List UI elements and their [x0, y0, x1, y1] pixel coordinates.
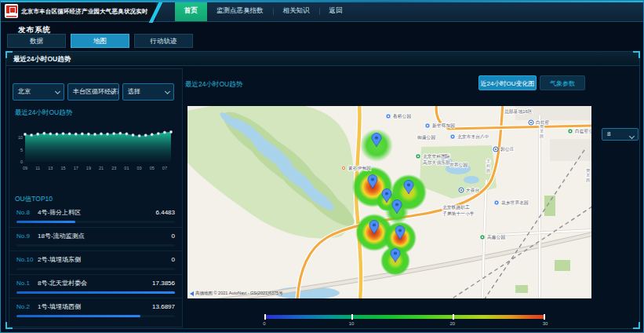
map-place-label: 高尔夫俱乐部	[423, 159, 450, 166]
legend-label: 0	[263, 321, 265, 326]
trend-point	[43, 132, 45, 134]
ou-value: 13.6897	[152, 303, 175, 310]
map-place-label: 郭公庄	[493, 146, 515, 152]
trend-point	[30, 134, 32, 136]
svg-text:丰科路: 丰科路	[486, 159, 491, 173]
trend-point	[87, 133, 89, 135]
amap-logo-icon	[190, 291, 194, 296]
park-select[interactable]: 丰台区循环经济产业园	[67, 83, 119, 101]
ou-change-chart-button[interactable]: 近24小时OU变化图	[478, 75, 537, 90]
metro-icon-dot	[495, 148, 497, 150]
ou-color-legend: 0 10 20 30	[264, 315, 545, 329]
park-icon-dot	[569, 130, 571, 132]
nav-odor-index[interactable]: 监测点恶臭指数	[207, 1, 273, 21]
tab-trajectory[interactable]: 行动轨迹	[134, 34, 193, 48]
x-tick-label: 21	[99, 166, 104, 170]
poi-icon-dot	[343, 167, 344, 169]
trend-point	[119, 132, 122, 134]
map-place-label: 御康公园	[417, 135, 435, 141]
nav-home[interactable]: 首页	[175, 1, 207, 21]
hour-select[interactable]: 8	[602, 128, 639, 141]
svg-text:花乡世界名园: 花乡世界名园	[501, 200, 529, 206]
svg-text:郭公庄: 郭公庄	[500, 146, 515, 152]
ou-rank-row[interactable]: No.10 2号-填埋场东侧 0	[9, 251, 182, 275]
ou-rank-row[interactable]: No.8 4号-筛分上料区 6.4483	[9, 204, 182, 228]
tab-map[interactable]: 地图	[71, 34, 129, 48]
nav-back[interactable]: 返回	[320, 1, 352, 21]
trend-point	[126, 133, 128, 135]
station-name: 8号-北天堂村委会	[38, 279, 152, 287]
x-tick-label: 09	[23, 166, 27, 170]
station-name: 2号-填埋场东侧	[38, 255, 172, 264]
trend-point	[113, 132, 115, 134]
tab-data[interactable]: 数据	[7, 34, 66, 48]
map-place-label: 总部基地16区	[504, 108, 533, 115]
ou-rank-row[interactable]: No.1 8号-北天堂村委会 17.3856	[9, 275, 182, 298]
svg-text:高尔夫俱乐部: 高尔夫俱乐部	[423, 159, 450, 166]
app-window: 北京市丰台区循环经济产业园大气恶臭状况实时 首页 监测点恶臭指数 相关知识 返回…	[0, 0, 644, 333]
point-select-value: 选择	[128, 88, 140, 95]
view-tabs: 数据 地图 行动轨迹	[7, 34, 193, 48]
legend-tick	[351, 314, 353, 320]
weather-params-button[interactable]: 气象参数	[540, 75, 585, 90]
station-name: 1号-填埋场西侧	[38, 302, 152, 311]
map-place-label: 樊羊路	[540, 124, 544, 138]
map-place-label: 樊羊路	[586, 168, 591, 182]
map-canvas[interactable]: 看桥公园新华双加园总部基地16区御康公园北京市丰台八中世界公园北京华科国际高尔夫…	[187, 106, 591, 298]
y-tick-label: 5	[20, 148, 23, 152]
svg-text:北京铁路职工: 北京铁路职工	[442, 204, 470, 210]
x-tick-label: 15	[60, 166, 65, 170]
trend-point	[37, 133, 39, 135]
trend-point	[169, 130, 172, 133]
map-container[interactable]: 看桥公园新华双加园总部基地16区御康公园北京市丰台八中世界公园北京华科国际高尔夫…	[187, 106, 591, 298]
svg-text:高鑫公园: 高鑫公园	[487, 235, 505, 240]
filter-row: 北京 丰台区循环经济产业园 选择	[13, 83, 174, 101]
city-select[interactable]: 北京	[13, 83, 64, 101]
panel-corner	[633, 322, 640, 329]
y-tick-label: 0	[20, 159, 23, 164]
map-place-label: 丰科路	[486, 159, 491, 173]
rank-label: No.2	[16, 303, 38, 310]
trend-point	[56, 133, 58, 135]
logo-red-square	[6, 5, 17, 13]
trend-point	[24, 133, 26, 135]
trend-point	[49, 133, 52, 135]
point-select[interactable]: 选择	[122, 83, 174, 101]
svg-text:北京市丰台八中: 北京市丰台八中	[457, 134, 489, 140]
svg-text:世界公园: 世界公园	[449, 163, 468, 168]
legend-tick	[264, 314, 266, 320]
x-tick-label: 01	[124, 166, 129, 170]
rank-label: No.8	[16, 209, 38, 216]
chevron-down-icon	[629, 134, 635, 139]
map-place-label: 北京铁路职工	[442, 204, 470, 210]
ou-rank-row[interactable]: No.2 1号-填埋场西侧 13.6897	[9, 298, 182, 322]
main-nav: 首页 监测点恶臭指数 相关知识 返回	[175, 1, 352, 21]
legend-label: 10	[349, 321, 355, 326]
ou-rank-row[interactable]: No.9 18号-流动监测点 0	[9, 228, 182, 251]
y-tick-label: 10	[18, 135, 23, 140]
svg-text:樊羊路: 樊羊路	[586, 168, 591, 182]
park-icon-dot	[417, 156, 419, 157]
park-icon-dot	[482, 236, 483, 238]
topbar: 北京市丰台区循环经济产业园大气恶臭状况实时 首页 监测点恶臭指数 相关知识 返回	[1, 1, 643, 22]
panel-corner	[633, 51, 640, 58]
attribution-text: 高德地图 © 2021 AutoNavi - GS(2021)6375号	[195, 291, 283, 296]
panel-header: 最近24小时OU趋势	[6, 52, 639, 66]
trend-point	[163, 131, 166, 134]
pin-icon-dot	[427, 125, 428, 126]
svg-text:总部基地16区: 总部基地16区	[504, 108, 533, 115]
station-name: 18号-流动监测点	[38, 232, 172, 240]
rank-label: No.10	[16, 256, 38, 263]
legend-label: 30	[543, 321, 548, 326]
x-tick-label: 11	[35, 166, 40, 170]
map-attribution: 高德地图 © 2021 AutoNavi - GS(2021)6375号	[190, 291, 283, 296]
nav-knowledge[interactable]: 相关知识	[274, 1, 319, 21]
map-place-label: 子弟第十一小学	[442, 210, 475, 216]
ou-value: 0	[172, 232, 175, 240]
ou-value: 0	[172, 256, 175, 263]
top-accent-line	[1, 1, 643, 2]
panel-title: 最近24小时OU趋势	[6, 52, 639, 66]
legend-tick	[544, 314, 545, 320]
trend-point	[132, 134, 134, 136]
pin-icon-dot	[496, 202, 497, 203]
